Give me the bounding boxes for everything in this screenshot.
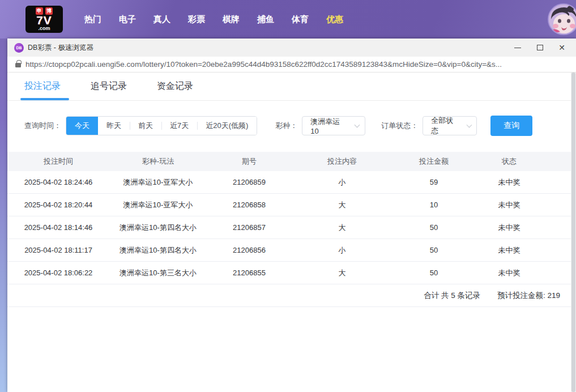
nav-item-cards[interactable]: 棋牌 xyxy=(223,14,240,25)
summary-total-records: 合计 共 5 条记录 xyxy=(424,291,480,301)
url-bar[interactable]: https://ctopcp02pcali.uengi5e.com/lotter… xyxy=(7,57,576,73)
lottery-type-label: 彩种： xyxy=(275,121,297,131)
summary-estimated-amount: 预计投注金额: 219 xyxy=(497,291,560,301)
cell-bet-content: 大 xyxy=(292,200,392,210)
nav-menu: 热门 电子 真人 彩票 棋牌 捕鱼 体育 优惠 xyxy=(84,14,343,25)
cell-lottery-play: 澳洲幸运10-第四名大小 xyxy=(109,223,207,233)
cell-bet-content: 大 xyxy=(292,223,392,233)
table-row: 2025-04-02 18:24:46 澳洲幸运10-亚军大小 21206859… xyxy=(7,171,571,194)
time-option-yesterday[interactable]: 昨天 xyxy=(98,117,130,135)
cell-bet-amount: 10 xyxy=(392,201,475,209)
table-header-row: 投注时间 彩种-玩法 期号 投注内容 投注金额 状态 xyxy=(7,152,571,171)
maximize-button[interactable] xyxy=(536,44,544,52)
chevron-down-icon xyxy=(355,122,360,127)
cell-bet-content: 小 xyxy=(292,245,392,255)
time-option-daybefore[interactable]: 前天 xyxy=(130,117,161,135)
favicon-db-icon: DB xyxy=(14,43,24,53)
page-content: 投注记录 追号记录 资金记录 查询时间： 今天 昨天 前天 近7天 近20天(低… xyxy=(7,73,576,392)
nav-item-sports[interactable]: 体育 xyxy=(292,14,309,25)
browser-titlebar[interactable]: DB DB彩票 - 极速浏览器 ✕ xyxy=(7,39,576,57)
url-text[interactable]: https://ctopcp02pcali.uengi5e.com/lotter… xyxy=(25,60,502,69)
tab-fund-records[interactable]: 资金记录 xyxy=(157,80,193,92)
vertical-scrollbar[interactable] xyxy=(571,73,576,392)
cell-issue: 21206859 xyxy=(207,178,292,186)
minimize-icon xyxy=(514,48,521,48)
tab-chase-records[interactable]: 追号记录 xyxy=(91,80,127,92)
cell-bet-time: 2025-04-02 18:06:22 xyxy=(7,269,109,277)
table-row: 2025-04-02 18:06:22 澳洲幸运10-第三名大小 2120685… xyxy=(7,262,571,284)
cell-lottery-play: 澳洲幸运10-亚军大小 xyxy=(109,200,207,210)
active-tab-underline xyxy=(20,98,69,100)
table-row: 2025-04-02 18:20:44 澳洲幸运10-亚军大小 21206858… xyxy=(7,194,571,216)
col-status: 状态 xyxy=(475,156,543,167)
cell-bet-content: 大 xyxy=(292,268,392,278)
col-issue: 期号 xyxy=(207,156,292,167)
cell-bet-amount: 50 xyxy=(392,246,475,254)
order-status-value: 全部状态 xyxy=(431,116,459,136)
order-status-label: 订单状态： xyxy=(381,121,418,131)
nav-item-slots[interactable]: 电子 xyxy=(119,14,136,25)
scrollbar-thumb[interactable] xyxy=(571,73,575,392)
maximize-icon xyxy=(537,45,543,50)
cell-issue: 21206856 xyxy=(207,246,292,254)
table-row: 2025-04-02 18:11:17 澳洲幸运10-第四名大小 2120685… xyxy=(7,239,571,262)
query-button[interactable]: 查询 xyxy=(490,116,532,136)
cell-bet-time: 2025-04-02 18:14:46 xyxy=(7,223,109,232)
nav-item-promo[interactable]: 优惠 xyxy=(326,14,343,25)
nav-item-lottery[interactable]: 彩票 xyxy=(188,14,205,25)
user-avatar[interactable] xyxy=(548,3,576,35)
cell-status: 未中奖 xyxy=(475,177,543,188)
cell-bet-amount: 50 xyxy=(392,269,475,277)
cell-issue: 21206857 xyxy=(207,223,292,232)
lottery-type-value: 澳洲幸运10 xyxy=(310,117,347,135)
col-bet-content: 投注内容 xyxy=(292,156,392,167)
filter-bar: 查询时间： 今天 昨天 前天 近7天 近20天(低频) 彩种： 澳洲幸运10 订… xyxy=(7,116,576,135)
cell-status: 未中奖 xyxy=(475,268,543,278)
time-range-group: 今天 昨天 前天 近7天 近20天(低频) xyxy=(66,116,257,135)
lottery-type-select[interactable]: 澳洲幸运10 xyxy=(302,116,365,135)
cell-lottery-play: 澳洲幸运10-亚军大小 xyxy=(109,177,207,188)
record-tabs: 投注记录 追号记录 资金记录 xyxy=(7,73,576,101)
cell-status: 未中奖 xyxy=(475,245,543,255)
nav-item-live[interactable]: 真人 xyxy=(153,14,170,25)
avatar-cartoon-face xyxy=(549,5,576,34)
cell-bet-time: 2025-04-02 18:11:17 xyxy=(7,246,109,254)
cell-bet-time: 2025-04-02 18:20:44 xyxy=(7,201,109,209)
table-row: 2025-04-02 18:14:46 澳洲幸运10-第四名大小 2120685… xyxy=(7,216,571,239)
time-option-7days[interactable]: 近7天 xyxy=(161,117,197,135)
cell-lottery-play: 澳洲幸运10-第三名大小 xyxy=(109,268,207,278)
table-summary-row: 合计 共 5 条记录 预计投注金额: 219 有效投注 xyxy=(7,284,576,307)
close-button[interactable]: ✕ xyxy=(558,44,566,52)
cell-lottery-play: 澳洲幸运10-第四名大小 xyxy=(109,245,207,255)
logo-suffix-text: .com xyxy=(38,26,50,31)
time-option-20days[interactable]: 近20天(低频) xyxy=(197,117,257,135)
window-title: DB彩票 - 极速浏览器 xyxy=(28,43,93,53)
top-navbar: 申 博 7V .com 热门 电子 真人 彩票 棋牌 捕鱼 体育 优惠 xyxy=(0,0,576,39)
chevron-down-icon xyxy=(466,122,472,127)
time-option-today[interactable]: 今天 xyxy=(66,117,98,135)
browser-window: DB DB彩票 - 极速浏览器 ✕ https://ctopcp02pcali.… xyxy=(7,39,576,392)
col-bet-time: 投注时间 xyxy=(7,156,109,167)
cell-status: 未中奖 xyxy=(475,223,543,233)
query-time-label: 查询时间： xyxy=(24,121,61,131)
cell-issue: 21206858 xyxy=(207,201,292,209)
cell-bet-content: 小 xyxy=(292,177,392,188)
col-lottery-play: 彩种-玩法 xyxy=(109,156,207,167)
logo-main-text: 7V xyxy=(36,15,52,26)
site-logo[interactable]: 申 博 7V .com xyxy=(25,6,63,33)
nav-item-fishing[interactable]: 捕鱼 xyxy=(257,14,274,25)
ssl-lock-icon xyxy=(15,63,21,67)
cell-status: 未中奖 xyxy=(475,200,543,210)
tab-bet-records[interactable]: 投注记录 xyxy=(24,80,61,92)
order-status-select[interactable]: 全部状态 xyxy=(423,116,477,135)
cell-bet-time: 2025-04-02 18:24:46 xyxy=(7,178,109,186)
bet-records-table: 投注时间 彩种-玩法 期号 投注内容 投注金额 状态 2025-04-02 18… xyxy=(7,152,571,307)
col-bet-amount: 投注金额 xyxy=(392,156,475,167)
cell-bet-amount: 59 xyxy=(392,178,475,186)
close-icon: ✕ xyxy=(558,44,565,52)
nav-item-hot[interactable]: 热门 xyxy=(84,14,101,25)
minimize-button[interactable] xyxy=(514,44,522,52)
cell-bet-amount: 50 xyxy=(392,223,475,232)
cell-issue: 21206855 xyxy=(207,269,292,277)
